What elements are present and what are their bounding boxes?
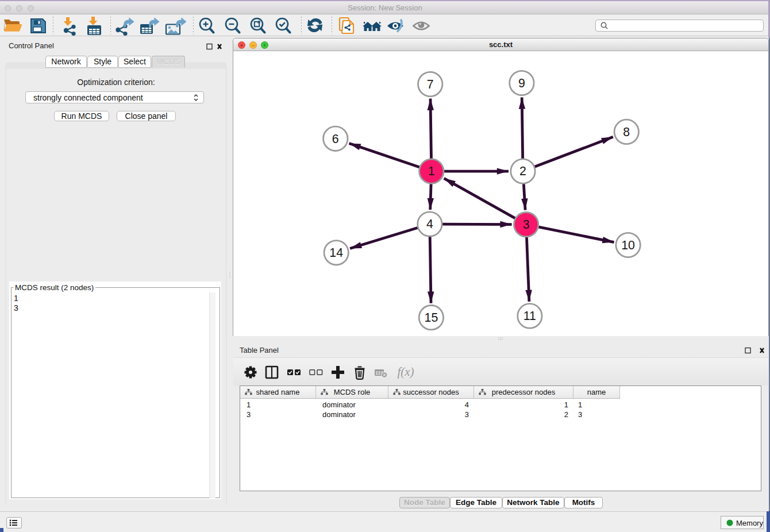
svg-text:11: 11	[523, 309, 536, 323]
svg-text:2: 2	[519, 164, 526, 178]
svg-text:10: 10	[621, 238, 635, 252]
svg-text:14: 14	[329, 246, 343, 260]
svg-text:1: 1	[428, 164, 435, 178]
svg-text:3: 3	[523, 218, 530, 232]
svg-text:15: 15	[425, 311, 438, 325]
svg-text:9: 9	[518, 76, 525, 90]
svg-text:6: 6	[332, 132, 339, 146]
svg-text:4: 4	[426, 217, 433, 231]
svg-text:7: 7	[427, 78, 434, 91]
svg-text:8: 8	[623, 125, 630, 139]
